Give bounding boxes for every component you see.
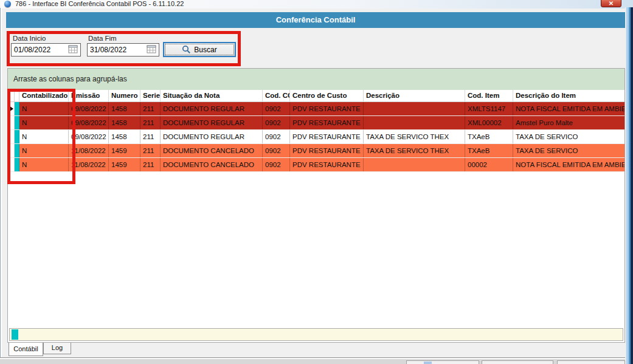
grid-header-row: Contabilizado Emissão Numero Serie Situa…	[8, 90, 624, 102]
calendar-icon[interactable]	[68, 45, 79, 55]
cell-cod-item: XMLTS1147	[465, 102, 513, 115]
cell-cod-cc: 0902	[263, 116, 290, 129]
row-arrow-icon	[9, 106, 13, 112]
cell-contabilizado: N	[19, 130, 69, 143]
tab-log[interactable]: Log	[43, 343, 71, 354]
cell-descricao	[364, 102, 465, 115]
app-icon	[4, 1, 11, 7]
page-title: Conferência Contábil	[6, 12, 625, 28]
cell-contabilizado: N	[19, 102, 69, 115]
header-centro-de-custo[interactable]: Centro de Custo	[290, 90, 364, 101]
row-status-marker	[15, 102, 19, 115]
cell-situacao: DOCUMENTO REGULAR	[161, 102, 263, 115]
cell-situacao: DOCUMENTO REGULAR	[161, 130, 263, 143]
cell-emissao: 09/08/2022	[69, 102, 109, 115]
cell-centro: PDV RESTAURANTE	[290, 130, 364, 143]
cell-situacao: DOCUMENTO CANCELADO	[161, 158, 263, 171]
grid-empty-area	[8, 172, 624, 328]
cell-serie: 211	[140, 158, 161, 171]
start-date-input[interactable]: 01/08/2022	[11, 43, 81, 57]
table-row[interactable]: N 09/08/2022 1458 211 DOCUMENTO REGULAR …	[8, 130, 624, 144]
background-button[interactable]	[406, 360, 479, 364]
cell-numero: 1458	[109, 102, 140, 115]
header-situacao-da-nota[interactable]: Situação da Nota	[161, 90, 263, 101]
cell-centro: PDV RESTAURANTE	[290, 102, 364, 115]
header-descricao-do-item[interactable]: Descrição do Item	[513, 90, 624, 101]
cell-cod-cc: 0902	[263, 130, 290, 143]
cell-descricao-item: Amstel Puro Malte	[513, 116, 624, 129]
cell-emissao: 09/08/2022	[69, 116, 109, 129]
cell-descricao-item: TAXA DE SERVICO	[513, 130, 624, 143]
start-date-value: 01/08/2022	[14, 46, 50, 54]
close-button[interactable]: ✕	[601, 0, 621, 7]
cell-numero: 1458	[109, 116, 140, 129]
calendar-icon[interactable]	[147, 45, 157, 55]
table-row[interactable]: N 11/08/2022 1459 211 DOCUMENTO CANCELAD…	[8, 144, 624, 158]
start-date-label: Data Inicio	[13, 35, 46, 42]
footer-status-marker	[12, 329, 18, 340]
cell-emissao: 11/08/2022	[69, 158, 109, 171]
background-button[interactable]	[482, 360, 553, 364]
cell-emissao: 11/08/2022	[69, 144, 109, 157]
end-date-value: 31/08/2022	[90, 46, 126, 54]
cell-situacao: DOCUMENTO CANCELADO	[161, 144, 263, 157]
tab-contabil[interactable]: Contábil	[9, 343, 43, 356]
cell-cod-item: XML00002	[465, 116, 513, 129]
cell-centro: PDV RESTAURANTE	[290, 144, 364, 157]
cell-emissao: 09/08/2022	[69, 130, 109, 143]
cell-descricao-item: NOTA FISCAL EMITIDA EM AMBIEN	[513, 158, 624, 171]
header-numero[interactable]: Numero	[109, 90, 140, 101]
header-serie[interactable]: Serie	[140, 90, 161, 101]
background-button-icon	[424, 362, 432, 364]
end-date-input[interactable]: 31/08/2022	[87, 43, 159, 57]
cell-numero: 1459	[109, 144, 140, 157]
cell-descricao-item: NOTA FISCAL EMITIDA EM AMBIEN	[513, 102, 624, 115]
table-row[interactable]: N 09/08/2022 1458 211 DOCUMENTO REGULAR …	[8, 102, 624, 116]
search-icon	[182, 45, 191, 54]
cell-contabilizado: N	[19, 144, 69, 157]
current-row-indicator	[8, 102, 15, 115]
cell-descricao: TAXA DE SERVICO THEX	[364, 144, 465, 157]
titlebar: 786 - Interface BI Conferência Contabil …	[0, 0, 633, 9]
search-button-label: Buscar	[194, 46, 216, 54]
header-contabilizado[interactable]: Contabilizado	[19, 90, 69, 101]
cell-contabilizado: N	[19, 158, 69, 171]
data-grid: Arraste as colunas para agrupá-las Conta…	[7, 68, 625, 343]
cell-centro: PDV RESTAURANTE	[290, 116, 364, 129]
cell-situacao: DOCUMENTO REGULAR	[161, 116, 263, 129]
cell-serie: 211	[140, 116, 161, 129]
cell-descricao	[364, 158, 465, 171]
header-emissao[interactable]: Emissão	[69, 90, 109, 101]
cell-cod-cc: 0902	[263, 102, 290, 115]
window-right-border	[625, 7, 633, 364]
cell-descricao-item: TAXA DE SERVICO	[513, 144, 624, 157]
cell-cod-item: TXAeB	[465, 130, 513, 143]
cell-numero: 1459	[109, 158, 140, 171]
window-left-border-highlight	[1, 8, 2, 359]
cell-centro: PDV RESTAURANTE	[290, 158, 364, 171]
window-title: 786 - Interface BI Conferência Contabil …	[15, 0, 184, 7]
group-by-band[interactable]: Arraste as colunas para agrupá-las	[8, 69, 624, 90]
cell-cod-item: 00002	[465, 158, 513, 171]
cell-serie: 211	[140, 144, 161, 157]
header-descricao[interactable]: Descrição	[364, 90, 465, 101]
cell-descricao: TAXA DE SERVICO THEX	[364, 130, 465, 143]
end-date-label: Data Fim	[88, 35, 117, 42]
cell-serie: 211	[140, 130, 161, 143]
background-button[interactable]	[557, 360, 625, 364]
row-status-marker	[15, 116, 19, 129]
header-marker	[15, 90, 19, 101]
row-status-marker	[15, 158, 19, 171]
row-status-marker	[15, 130, 19, 143]
table-row[interactable]: N 09/08/2022 1458 211 DOCUMENTO REGULAR …	[8, 116, 624, 130]
header-cod-item[interactable]: Cod. Item	[465, 90, 513, 101]
row-status-marker	[15, 144, 19, 157]
search-button[interactable]: Buscar	[163, 42, 236, 57]
cell-contabilizado: N	[19, 116, 69, 129]
cell-cod-item: TXAeB	[465, 144, 513, 157]
cell-descricao	[364, 116, 465, 129]
table-row[interactable]: N 11/08/2022 1459 211 DOCUMENTO CANCELAD…	[8, 158, 624, 172]
header-indicator	[8, 90, 15, 101]
header-cod-cc[interactable]: Cod. CC	[263, 90, 290, 101]
grid-footer-bar	[9, 328, 623, 341]
